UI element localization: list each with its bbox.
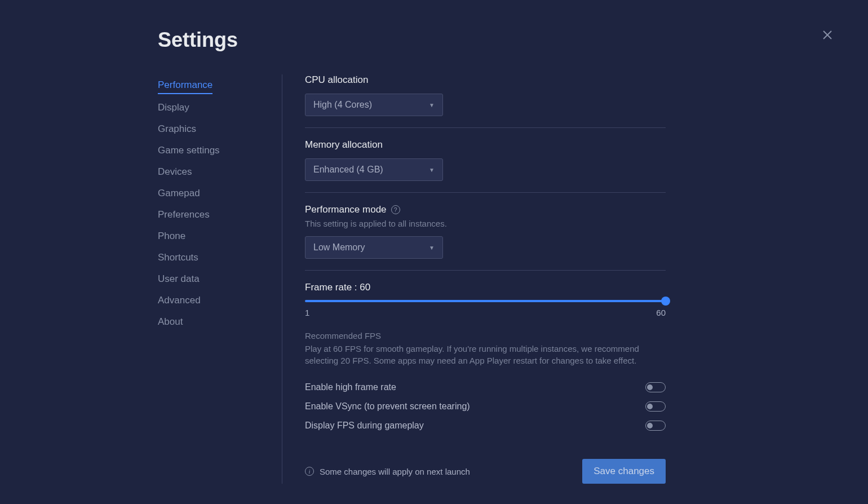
toggle-knob: [647, 404, 653, 409]
sidebar-item-user-data[interactable]: User data: [158, 268, 271, 290]
frame-rate-label: Frame rate : 60: [305, 282, 666, 293]
vsync-label: Enable VSync (to prevent screen tearing): [305, 401, 470, 412]
performance-mode-dropdown[interactable]: Low Memory ▼: [305, 236, 443, 259]
divider: [282, 74, 282, 484]
memory-allocation-dropdown[interactable]: Enhanced (4 GB) ▼: [305, 158, 443, 181]
toggle-knob: [647, 384, 653, 390]
footer-note: i Some changes will apply on next launch: [305, 467, 470, 476]
sidebar-item-game-settings[interactable]: Game settings: [158, 140, 271, 161]
toggle-knob: [647, 423, 653, 428]
close-button[interactable]: [821, 28, 834, 42]
frame-rate-slider[interactable]: [305, 300, 666, 302]
slider-min: 1: [305, 308, 309, 317]
recommended-fps-title: Recommended FPS: [305, 331, 666, 341]
close-icon: [821, 28, 834, 42]
cpu-allocation-dropdown[interactable]: High (4 Cores) ▼: [305, 94, 443, 116]
sidebar-item-about[interactable]: About: [158, 311, 271, 333]
footer-note-text: Some changes will apply on next launch: [320, 467, 470, 476]
slider-max: 60: [656, 308, 666, 317]
performance-mode-label: Performance mode ?: [305, 204, 666, 215]
sidebar-item-shortcuts[interactable]: Shortcuts: [158, 247, 271, 268]
chevron-down-icon: ▼: [429, 167, 435, 173]
memory-allocation-label: Memory allocation: [305, 139, 666, 151]
page-title: Settings: [158, 28, 710, 52]
sidebar-item-phone[interactable]: Phone: [158, 226, 271, 247]
slider-thumb[interactable]: [661, 297, 670, 306]
high-frame-rate-label: Enable high frame rate: [305, 382, 396, 392]
sidebar-item-devices[interactable]: Devices: [158, 161, 271, 183]
sidebar-item-gamepad[interactable]: Gamepad: [158, 183, 271, 204]
main-content: CPU allocation High (4 Cores) ▼ Memory a…: [305, 74, 666, 484]
sidebar-item-advanced[interactable]: Advanced: [158, 290, 271, 311]
performance-mode-sublabel: This setting is applied to all instances…: [305, 219, 666, 228]
memory-allocation-value: Enhanced (4 GB): [313, 165, 383, 175]
sidebar-item-preferences[interactable]: Preferences: [158, 204, 271, 226]
cpu-allocation-value: High (4 Cores): [313, 100, 372, 110]
chevron-down-icon: ▼: [429, 245, 435, 251]
display-fps-label: Display FPS during gameplay: [305, 421, 424, 431]
chevron-down-icon: ▼: [429, 102, 435, 108]
vsync-toggle[interactable]: [645, 401, 666, 412]
sidebar-item-performance[interactable]: Performance: [158, 74, 212, 94]
high-frame-rate-toggle[interactable]: [645, 382, 666, 392]
recommended-fps-desc: Play at 60 FPS for smooth gameplay. If y…: [305, 343, 666, 366]
sidebar-item-display[interactable]: Display: [158, 97, 271, 118]
performance-mode-value: Low Memory: [313, 242, 365, 253]
info-icon: i: [305, 467, 314, 476]
sidebar-item-graphics[interactable]: Graphics: [158, 118, 271, 140]
cpu-allocation-label: CPU allocation: [305, 74, 666, 86]
save-changes-button[interactable]: Save changes: [582, 459, 666, 484]
display-fps-toggle[interactable]: [645, 421, 666, 431]
help-icon[interactable]: ?: [391, 205, 400, 214]
performance-mode-label-text: Performance mode: [305, 204, 387, 215]
sidebar: Performance Display Graphics Game settin…: [158, 74, 282, 484]
